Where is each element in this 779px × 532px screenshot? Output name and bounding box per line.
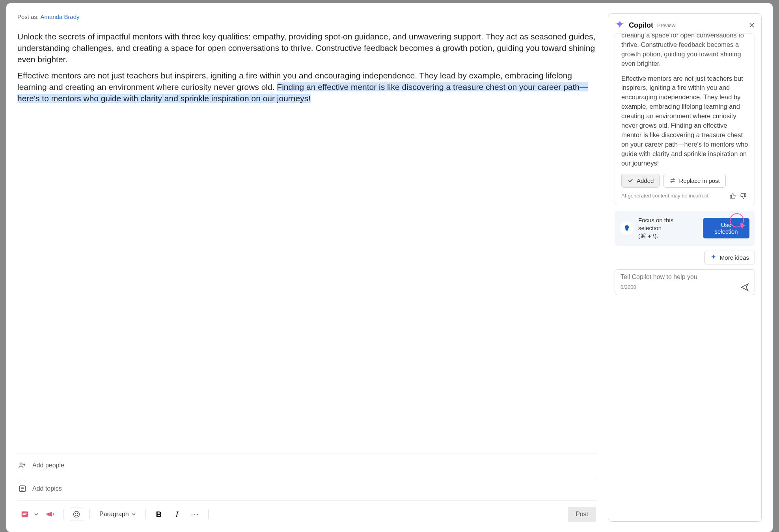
send-button[interactable] bbox=[740, 283, 749, 292]
post-button[interactable]: Post bbox=[568, 507, 596, 522]
copilot-input-wrap[interactable]: 0/2000 bbox=[615, 269, 755, 295]
bold-button[interactable]: B bbox=[152, 508, 166, 521]
divider bbox=[89, 510, 90, 519]
copilot-response-p2: Effective mentors are not just teachers … bbox=[621, 74, 748, 168]
copilot-icon bbox=[615, 20, 625, 30]
italic-button[interactable]: I bbox=[170, 508, 184, 521]
ai-disclaimer: AI-generated content may be incorrect bbox=[621, 193, 708, 199]
svg-point-0 bbox=[20, 463, 22, 465]
swap-icon bbox=[669, 177, 676, 184]
replace-in-post-button[interactable]: Replace in post bbox=[663, 174, 725, 188]
add-topics-input[interactable]: Add topics bbox=[17, 477, 597, 500]
add-people-placeholder: Add people bbox=[32, 462, 64, 469]
more-formatting-button[interactable]: ··· bbox=[188, 508, 202, 521]
lightbulb-icon bbox=[620, 221, 634, 235]
paragraph-1[interactable]: Unlock the secrets of impactful mentors … bbox=[17, 31, 597, 65]
check-icon bbox=[627, 177, 634, 184]
thumbs-up-button[interactable] bbox=[728, 192, 738, 200]
divider bbox=[208, 510, 209, 519]
focus-selection-text: Focus on this selection (⌘ + \). bbox=[638, 216, 698, 240]
copilot-panel: Copilot Preview unwavering support. They… bbox=[608, 13, 762, 522]
copilot-preview-badge: Preview bbox=[657, 22, 675, 28]
paragraph-2[interactable]: Effective mentors are not just teachers … bbox=[17, 70, 597, 104]
add-people-input[interactable]: Add people bbox=[17, 454, 597, 477]
close-icon[interactable] bbox=[749, 22, 755, 28]
svg-point-6 bbox=[75, 513, 76, 514]
people-icon bbox=[18, 461, 27, 470]
add-topics-placeholder: Add topics bbox=[32, 485, 62, 492]
more-ideas-button[interactable]: More ideas bbox=[704, 251, 755, 264]
editor-toolbar: Paragraph B I ··· Post bbox=[17, 500, 597, 522]
editor-pane: Post as: Amanda Brady Unlock the secrets… bbox=[17, 13, 597, 522]
editor-bottom: Add people Add topics bbox=[17, 454, 597, 522]
copilot-response-p1: unwavering support. They act as seasoned… bbox=[621, 33, 748, 69]
copilot-input[interactable] bbox=[621, 273, 749, 281]
sparkle-icon bbox=[710, 254, 717, 260]
focus-selection-card: Focus on this selection (⌘ + \). Use sel… bbox=[615, 211, 755, 246]
svg-rect-3 bbox=[23, 513, 27, 513]
topics-icon bbox=[18, 484, 27, 493]
use-selection-button[interactable]: Use selection bbox=[703, 218, 749, 238]
compose-modal: Post as: Amanda Brady Unlock the secrets… bbox=[6, 3, 773, 532]
chevron-down-icon bbox=[131, 512, 136, 517]
emoji-icon[interactable] bbox=[70, 508, 83, 521]
megaphone-icon[interactable] bbox=[43, 508, 57, 521]
badge-icon[interactable] bbox=[18, 508, 32, 521]
svg-point-5 bbox=[74, 512, 80, 517]
post-as-row: Post as: Amanda Brady bbox=[17, 13, 597, 20]
svg-rect-4 bbox=[23, 514, 26, 515]
divider bbox=[63, 510, 63, 519]
editor-content[interactable]: Unlock the secrets of impactful mentors … bbox=[17, 31, 597, 454]
svg-point-7 bbox=[77, 513, 78, 514]
copilot-header: Copilot Preview bbox=[615, 20, 755, 30]
copilot-response-card: unwavering support. They act as seasoned… bbox=[615, 33, 755, 205]
post-as-label: Post as: bbox=[17, 13, 39, 20]
copilot-title: Copilot bbox=[629, 21, 653, 30]
added-button[interactable]: Added bbox=[621, 174, 660, 188]
thumbs-down-button[interactable] bbox=[738, 192, 748, 200]
divider bbox=[145, 510, 146, 519]
post-as-name[interactable]: Amanda Brady bbox=[40, 13, 79, 20]
paragraph-style-select[interactable]: Paragraph bbox=[96, 509, 139, 519]
chevron-down-icon[interactable] bbox=[34, 512, 39, 517]
char-count: 0/2000 bbox=[621, 284, 636, 290]
